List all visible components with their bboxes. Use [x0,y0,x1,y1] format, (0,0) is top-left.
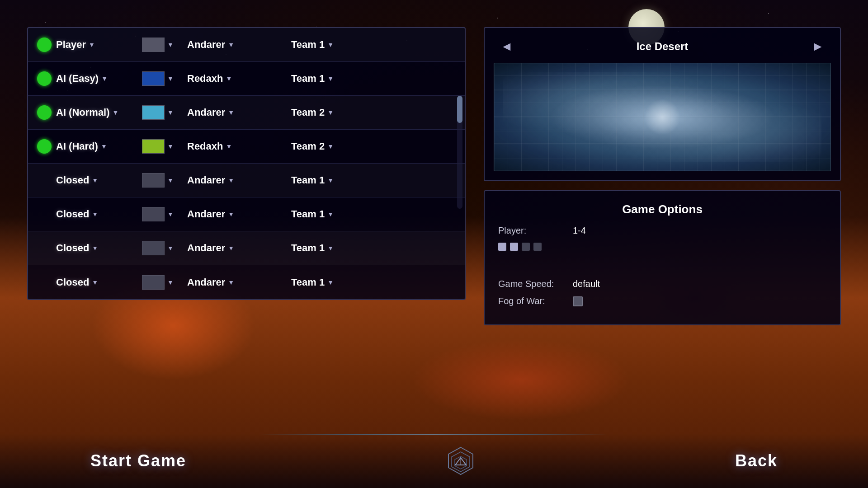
team-container: Team 1 ▼ [291,277,456,288]
player-type-container: Closed ▼ [56,174,137,186]
team-label: Team 2 [291,107,325,118]
team-dropdown[interactable]: ▼ [327,279,334,286]
color-dropdown[interactable]: ▼ [167,177,174,184]
team-container: Team 1 ▼ [291,39,456,51]
color-swatch-container: ▼ [142,241,183,255]
faction-label: Andarer [187,174,225,186]
team-label: Team 1 [291,39,325,51]
game-speed-label: Game Speed: [498,279,566,289]
player-dot [510,243,518,251]
team-dropdown[interactable]: ▼ [327,109,334,116]
map-prev-button[interactable]: ◄ [494,37,520,56]
color-dropdown[interactable]: ▼ [167,279,174,286]
team-dropdown[interactable]: ▼ [327,177,334,184]
team-dropdown[interactable]: ▼ [327,211,334,218]
faction-container: Andarer ▼ [187,174,287,186]
fog-of-war-option: Fog of War: [498,296,826,306]
scroll-thumb[interactable] [457,96,462,123]
map-next-button[interactable]: ► [805,37,831,56]
faction-dropdown[interactable]: ▼ [228,109,234,116]
faction-dropdown[interactable]: ▼ [228,41,234,48]
faction-dropdown[interactable]: ▼ [228,279,234,286]
faction-label: Redaxh [187,73,223,84]
team-dropdown[interactable]: ▼ [327,75,334,82]
player-type-dropdown[interactable]: ▼ [89,41,95,48]
color-swatch[interactable] [142,139,165,154]
player-type-container: AI (Easy) ▼ [56,73,137,84]
color-swatch-container: ▼ [142,139,183,154]
start-game-button[interactable]: Start Game [90,451,186,470]
players-panel: Player ▼ ▼ Andarer ▼ Team 1 ▼ AI (Easy) … [27,27,466,300]
player-dot [522,243,530,251]
color-dropdown[interactable]: ▼ [167,211,174,218]
player-row: Closed ▼ ▼ Andarer ▼ Team 1 ▼ [28,164,465,197]
team-container: Team 1 ▼ [291,174,456,186]
map-panel: ◄ Ice Desert ► [484,27,841,181]
back-button[interactable]: Back [735,451,778,470]
color-dropdown[interactable]: ▼ [167,41,174,48]
faction-label: Andarer [187,208,225,220]
color-dropdown[interactable]: ▼ [167,75,174,82]
team-container: Team 2 ▼ [291,107,456,118]
fog-of-war-label: Fog of War: [498,296,566,306]
player-row: AI (Normal) ▼ ▼ Andarer ▼ Team 2 ▼ [28,96,465,130]
player-row: AI (Hard) ▼ ▼ Redaxh ▼ Team 2 ▼ [28,130,465,164]
color-swatch[interactable] [142,38,165,52]
color-swatch[interactable] [142,105,165,120]
faction-label: Andarer [187,277,225,288]
player-count-label: Player: [498,225,566,236]
player-type-dropdown[interactable]: ▼ [92,177,98,184]
color-swatch[interactable] [142,275,165,290]
player-type-dropdown[interactable]: ▼ [113,109,119,116]
player-type-dropdown[interactable]: ▼ [92,279,98,286]
faction-container: Redaxh ▼ [187,73,287,84]
team-container: Team 2 ▼ [291,141,456,152]
fog-of-war-checkbox[interactable] [573,296,583,306]
faction-label: Andarer [187,39,225,51]
color-swatch[interactable] [142,173,165,188]
right-panel: ◄ Ice Desert ► Game Op [484,27,841,325]
player-type-container: AI (Hard) ▼ [56,141,137,152]
color-swatch[interactable] [142,71,165,86]
player-row: Player ▼ ▼ Andarer ▼ Team 1 ▼ [28,28,465,62]
color-swatch[interactable] [142,241,165,255]
team-dropdown[interactable]: ▼ [327,244,334,252]
color-swatch-container: ▼ [142,71,183,86]
faction-container: Andarer ▼ [187,107,287,118]
player-type-dropdown[interactable]: ▼ [92,211,98,218]
player-type-label: AI (Hard) [56,141,98,152]
player-type-container: AI (Normal) ▼ [56,107,137,118]
player-type-container: Closed ▼ [56,277,137,288]
player-type-label: Closed [56,277,89,288]
color-swatch[interactable] [142,207,165,221]
player-type-label: Closed [56,208,89,220]
player-type-dropdown[interactable]: ▼ [92,244,98,252]
player-row: Closed ▼ ▼ Andarer ▼ Team 1 ▼ [28,197,465,231]
player-type-dropdown[interactable]: ▼ [101,75,108,82]
logo-icon [445,445,476,477]
player-type-container: Closed ▼ [56,208,137,220]
faction-dropdown[interactable]: ▼ [228,244,234,252]
status-indicator [37,71,52,86]
faction-dropdown[interactable]: ▼ [228,177,234,184]
faction-dropdown[interactable]: ▼ [226,75,232,82]
player-type-label: AI (Normal) [56,107,110,118]
color-dropdown[interactable]: ▼ [167,109,174,116]
color-dropdown[interactable]: ▼ [167,143,174,150]
options-title: Game Options [498,202,826,216]
player-count-option: Player: 1-4 [498,225,826,236]
scrollbar[interactable] [457,96,462,209]
team-container: Team 1 ▼ [291,242,456,254]
faction-label: Redaxh [187,141,223,152]
player-count-value: 1-4 [573,225,586,236]
player-type-dropdown[interactable]: ▼ [101,143,107,150]
status-indicator [37,139,52,154]
color-swatch-container: ▼ [142,207,183,221]
color-dropdown[interactable]: ▼ [167,244,174,252]
faction-dropdown[interactable]: ▼ [228,211,234,218]
team-dropdown[interactable]: ▼ [327,41,334,48]
player-type-label: Player [56,39,86,51]
faction-dropdown[interactable]: ▼ [226,143,232,150]
team-dropdown[interactable]: ▼ [327,143,334,150]
player-type-label: Closed [56,174,89,186]
